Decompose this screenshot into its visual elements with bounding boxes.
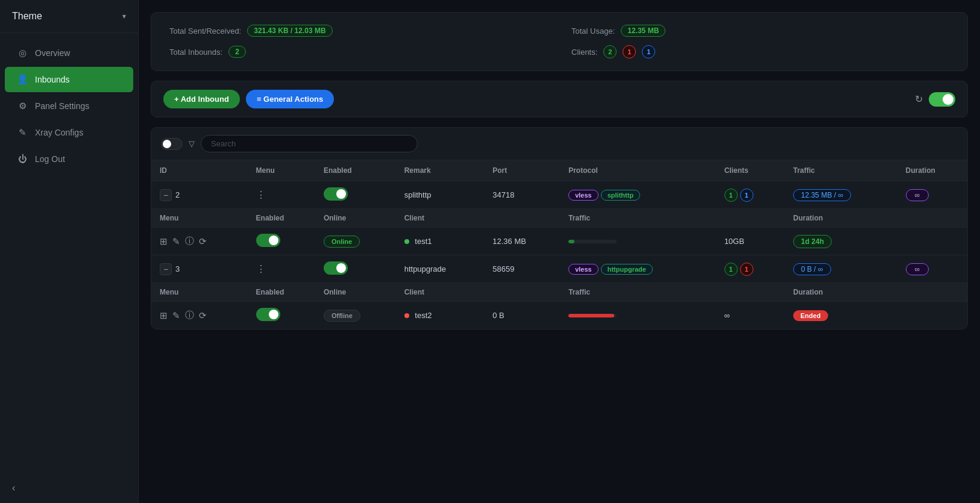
table-row: − 2 ⋮ splithttp 34718 vlesssplithttp 1 1 — [151, 181, 967, 209]
duration-badge-green: 1d 24h — [793, 235, 832, 248]
sub-col-spacer — [484, 283, 560, 302]
sub-col-spacer2 — [716, 209, 785, 228]
sub-cell-end — [897, 302, 967, 330]
sidebar-item-xray-configs[interactable]: ✎ Xray Configs — [5, 120, 133, 145]
sub-col-client: Client — [396, 283, 485, 302]
progress-fill — [568, 314, 614, 317]
sidebar-item-panel-settings[interactable]: ⚙ Panel Settings — [5, 93, 133, 119]
refresh-icon[interactable]: ↻ — [915, 93, 923, 105]
sub-col-end — [897, 209, 967, 228]
sidebar-item-panel-settings-label: Panel Settings — [35, 101, 89, 111]
sidebar-item-overview[interactable]: ◎ Overview — [5, 40, 133, 66]
table-toggle[interactable] — [161, 138, 183, 150]
sidebar-item-inbounds[interactable]: 👤 Inbounds — [5, 67, 133, 92]
cell-clients: 1 1 — [716, 255, 785, 283]
clients-red-badge: 1 — [623, 45, 636, 58]
info-icon[interactable]: ⓘ — [185, 236, 194, 247]
client-count-green: 1 — [724, 263, 738, 276]
general-actions-button[interactable]: ≡ General Actions — [246, 90, 334, 108]
cell-remark: splithttp — [396, 181, 485, 209]
cell-port: 58659 — [484, 255, 560, 283]
theme-toggle[interactable] — [929, 92, 955, 107]
menu-dots[interactable]: ⋮ — [256, 190, 266, 200]
sidebar-item-log-out[interactable]: ⏻ Log Out — [5, 146, 133, 171]
progress-bar — [568, 240, 617, 243]
collapse-row-button[interactable]: − — [160, 263, 172, 275]
sub-col-duration: Duration — [785, 209, 897, 228]
enabled-toggle[interactable] — [324, 187, 348, 201]
stat-clients: Clients: 2 1 1 — [571, 45, 949, 58]
sub-cell-enabled — [248, 228, 315, 255]
stat-total-usage: Total Usage: 12.35 MB — [571, 25, 949, 37]
actions-bar: + Add Inbound ≡ General Actions ↻ — [151, 81, 968, 117]
row-id: 3 — [175, 264, 180, 273]
cell-traffic: 12.35 MB / ∞ — [785, 181, 897, 209]
sub-cell-traffic-used: 0 B — [484, 302, 560, 330]
progress-bar — [568, 314, 617, 317]
cell-traffic: 0 B / ∞ — [785, 255, 897, 283]
menu-dots[interactable]: ⋮ — [256, 264, 266, 274]
chevron-down-icon: ▾ — [122, 12, 126, 20]
sub-col-enabled: Enabled — [248, 283, 315, 302]
add-inbound-button[interactable]: + Add Inbound — [163, 90, 240, 108]
table-row: − 3 ⋮ httpupgrade 58659 vlesshttpupgrade… — [151, 255, 967, 283]
sub-cell-actions: ⊞ ✎ ⓘ ⟳ — [151, 302, 248, 330]
enabled-toggle[interactable] — [324, 261, 348, 275]
sub-col-spacer2 — [716, 283, 785, 302]
reset-icon[interactable]: ⟳ — [199, 236, 207, 247]
sub-cell-duration: 1d 24h — [785, 228, 897, 255]
sub-col-duration: Duration — [785, 283, 897, 302]
cell-id: − 3 — [151, 255, 248, 283]
sub-col-spacer — [484, 209, 560, 228]
sidebar-item-xray-configs-label: Xray Configs — [35, 128, 83, 137]
sub-table-row: ⊞ ✎ ⓘ ⟳ Online test1 12.36 MB — [151, 228, 967, 255]
edit-icon[interactable]: ✎ — [172, 310, 180, 321]
col-duration: Duration — [897, 160, 967, 181]
table-body: − 2 ⋮ splithttp 34718 vlesssplithttp 1 1 — [151, 181, 967, 330]
sidebar-item-log-out-label: Log Out — [35, 154, 65, 164]
xray-icon: ✎ — [17, 127, 28, 138]
duration-value: ∞ — [906, 263, 929, 275]
qr-icon[interactable]: ⊞ — [160, 310, 168, 321]
cell-port: 34718 — [484, 181, 560, 209]
sub-col-traffic: Traffic — [560, 209, 715, 228]
sub-cell-progress — [560, 228, 715, 255]
reset-icon[interactable]: ⟳ — [199, 310, 207, 321]
clients-blue-badge: 1 — [642, 45, 655, 58]
filter-icon[interactable]: ▽ — [189, 139, 195, 148]
sub-col-menu: Menu — [151, 283, 248, 302]
main-content: Total Sent/Received: 321.43 KB / 12.03 M… — [139, 0, 980, 503]
inbounds-table: ID Menu Enabled Remark Port Protocol Cli… — [151, 160, 967, 329]
protocol-badge: httpupgrade — [601, 264, 653, 275]
progress-bar-wrap — [568, 240, 707, 243]
protocol-badge: vless — [568, 264, 598, 275]
search-input[interactable] — [201, 135, 418, 152]
cell-remark: httpupgrade — [396, 255, 485, 283]
sub-enabled-toggle[interactable] — [256, 308, 280, 321]
cell-id: − 2 — [151, 181, 248, 209]
sub-enabled-toggle[interactable] — [256, 234, 280, 247]
clients-label: Clients: — [571, 48, 597, 57]
duration-badge-ended: Ended — [793, 310, 828, 321]
table-header-bar: ▽ — [151, 128, 967, 160]
col-remark: Remark — [396, 160, 485, 181]
sub-col-traffic: Traffic — [560, 283, 715, 302]
sub-cell-traffic-total: 10GB — [716, 228, 785, 255]
collapse-row-button[interactable]: − — [160, 189, 172, 201]
stats-card: Total Sent/Received: 321.43 KB / 12.03 M… — [151, 12, 968, 71]
col-port: Port — [484, 160, 560, 181]
client-dot — [404, 313, 409, 318]
info-icon[interactable]: ⓘ — [185, 310, 194, 321]
gear-icon: ⚙ — [17, 101, 28, 111]
sidebar: Theme ▾ ◎ Overview 👤 Inbounds ⚙ Panel Se… — [0, 0, 139, 503]
sent-received-value: 321.43 KB / 12.03 MB — [247, 25, 332, 37]
status-badge-offline: Offline — [324, 310, 360, 322]
row-id: 2 — [175, 190, 180, 199]
collapse-button[interactable]: ‹ — [0, 473, 138, 503]
qr-icon[interactable]: ⊞ — [160, 236, 168, 247]
sub-cell-duration: Ended — [785, 302, 897, 330]
sidebar-logo[interactable]: Theme ▾ — [0, 0, 138, 33]
sidebar-item-inbounds-label: Inbounds — [35, 75, 70, 84]
sub-cell-traffic-used: 12.36 MB — [484, 228, 560, 255]
edit-icon[interactable]: ✎ — [172, 236, 180, 247]
